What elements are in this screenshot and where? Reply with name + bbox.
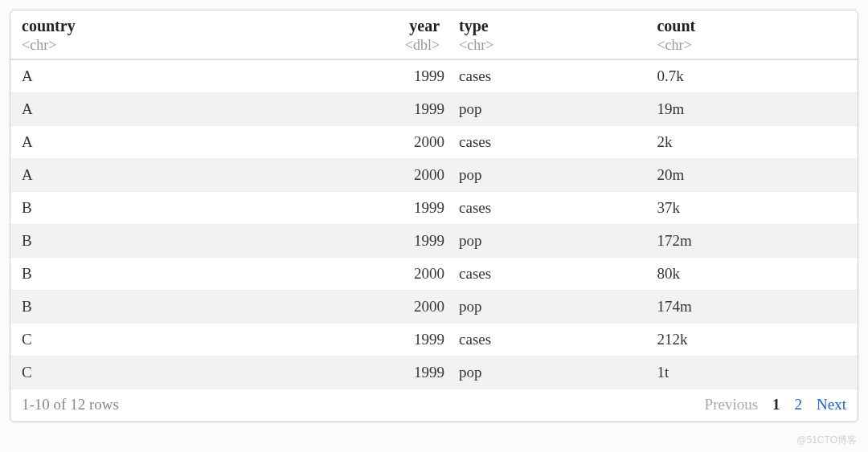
cell-year: 1999 [350, 225, 451, 258]
cell-year: 1999 [350, 59, 451, 93]
cell-count: 0.7k [645, 59, 858, 93]
cell-type: pop [451, 291, 645, 324]
cell-year: 2000 [350, 126, 451, 159]
cell-type: cases [451, 126, 645, 159]
cell-country: B [10, 192, 350, 225]
pager-page-current: 1 [772, 396, 780, 413]
table-footer: 1-10 of 12 rows Previous 1 2 Next [10, 389, 858, 421]
table-row: B2000pop174m [10, 291, 858, 324]
cell-count: 80k [645, 258, 858, 291]
col-type: <chr> [22, 37, 338, 54]
cell-country: A [10, 93, 350, 126]
cell-year: 1999 [350, 192, 451, 225]
cell-type: pop [451, 159, 645, 192]
table-row: C1999cases212k [10, 324, 858, 356]
cell-count: 19m [645, 93, 858, 126]
table-header: country <chr> year <dbl> type <chr> coun… [10, 10, 858, 59]
cell-year: 2000 [350, 291, 451, 324]
table-body: A1999cases0.7kA1999pop19mA2000cases2kA20… [10, 59, 858, 389]
cell-type: pop [451, 356, 645, 389]
col-header-country[interactable]: country <chr> [10, 10, 350, 59]
col-name: year [409, 17, 440, 35]
cell-count: 212k [645, 324, 858, 356]
cell-type: cases [451, 258, 645, 291]
cell-year: 1999 [350, 324, 451, 356]
col-header-year[interactable]: year <dbl> [350, 10, 451, 59]
cell-year: 1999 [350, 93, 451, 126]
pager-page-2[interactable]: 2 [795, 396, 803, 413]
cell-count: 2k [645, 126, 858, 159]
table-row: A2000cases2k [10, 126, 858, 159]
cell-type: pop [451, 225, 645, 258]
cell-country: C [10, 356, 350, 389]
table-row: C1999pop1t [10, 356, 858, 389]
col-name: count [657, 17, 695, 35]
col-type: <dbl> [361, 37, 440, 54]
table-row: B2000cases80k [10, 258, 858, 291]
row-summary: 1-10 of 12 rows [22, 396, 119, 413]
cell-year: 1999 [350, 356, 451, 389]
cell-year: 2000 [350, 258, 451, 291]
col-header-type[interactable]: type <chr> [451, 10, 645, 59]
table-row: A2000pop20m [10, 159, 858, 192]
cell-count: 37k [645, 192, 858, 225]
col-header-count[interactable]: count <chr> [645, 10, 858, 59]
pager: Previous 1 2 Next [705, 396, 846, 413]
cell-country: B [10, 225, 350, 258]
pager-next[interactable]: Next [817, 396, 846, 413]
cell-country: B [10, 291, 350, 324]
col-type: <chr> [657, 37, 846, 54]
cell-country: A [10, 126, 350, 159]
col-name: type [459, 17, 489, 35]
cell-country: A [10, 159, 350, 192]
table-row: A1999cases0.7k [10, 59, 858, 93]
cell-type: cases [451, 59, 645, 93]
cell-count: 20m [645, 159, 858, 192]
pager-previous: Previous [705, 396, 759, 413]
col-name: country [22, 17, 76, 35]
table-row: B1999pop172m [10, 225, 858, 258]
data-table-panel: country <chr> year <dbl> type <chr> coun… [10, 10, 858, 422]
cell-type: cases [451, 192, 645, 225]
cell-country: A [10, 59, 350, 93]
cell-country: C [10, 324, 350, 356]
cell-year: 2000 [350, 159, 451, 192]
cell-count: 172m [645, 225, 858, 258]
cell-count: 1t [645, 356, 858, 389]
table-row: B1999cases37k [10, 192, 858, 225]
table-row: A1999pop19m [10, 93, 858, 126]
cell-count: 174m [645, 291, 858, 324]
cell-type: cases [451, 324, 645, 356]
cell-type: pop [451, 93, 645, 126]
cell-country: B [10, 258, 350, 291]
data-table: country <chr> year <dbl> type <chr> coun… [10, 10, 858, 389]
col-type: <chr> [459, 37, 634, 54]
